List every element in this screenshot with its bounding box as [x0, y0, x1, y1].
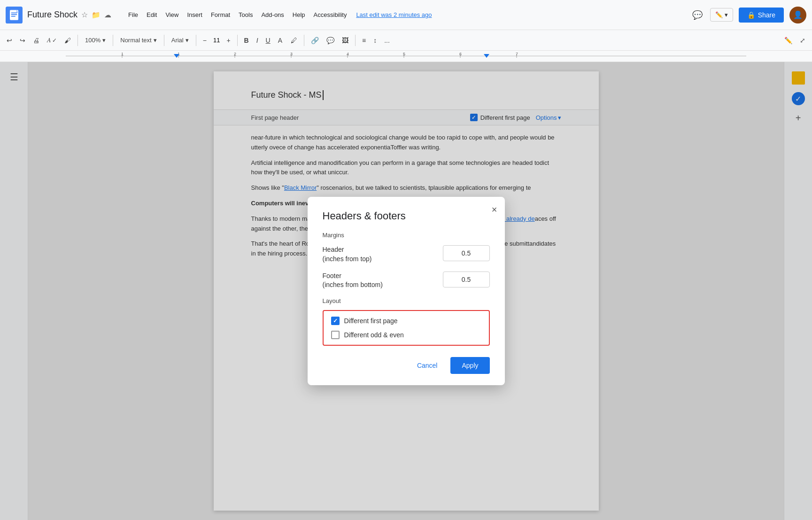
modal-close-button[interactable]: × — [492, 204, 497, 215]
separator-2 — [113, 35, 113, 46]
menu-edit[interactable]: Edit — [143, 9, 161, 20]
last-edit-text[interactable]: Last edit was 2 minutes ago — [356, 11, 432, 18]
lock-icon: 🔒 — [747, 11, 755, 19]
share-label: Share — [758, 11, 775, 19]
folder-icon[interactable]: 📁 — [92, 11, 101, 19]
margins-section-label: Margins — [323, 232, 490, 239]
menu-format[interactable]: Format — [207, 9, 234, 20]
different-odd-even-row: Different odd & even — [331, 331, 481, 339]
separator-1 — [77, 35, 78, 46]
layout-section-label: Layout — [323, 297, 490, 304]
separator-5 — [237, 35, 238, 46]
header-field-row: Header(inches from top) — [323, 245, 490, 264]
font-increase-button[interactable]: + — [224, 35, 233, 46]
different-first-page-checkbox-label: Different first page — [344, 317, 398, 325]
layout-section: Layout ✓ Different first page Different … — [323, 297, 490, 346]
different-first-page-checkbox-modal[interactable]: ✓ — [331, 317, 340, 325]
different-odd-even-label: Different odd & even — [344, 331, 404, 339]
paintformat-button[interactable]: 🖌 — [62, 35, 74, 46]
font-value: Arial — [171, 37, 184, 44]
header-right: 💬 ✏️ ▾ 🔒 Share 👤 — [690, 7, 806, 23]
headers-footers-modal: Headers & footers × Margins Header(inche… — [308, 197, 505, 385]
footer-field-label: Footer(inches from bottom) — [323, 272, 383, 290]
undo-button[interactable]: ↩ — [4, 35, 15, 46]
separator-3 — [164, 35, 164, 46]
comment-icon-btn[interactable]: 💬 — [690, 8, 704, 22]
font-arrow: ▾ — [186, 37, 189, 44]
print-button[interactable]: 🖨 — [30, 35, 42, 46]
menu-accessibility[interactable]: Accessibility — [310, 9, 351, 20]
separator-6 — [304, 35, 304, 46]
modal-title: Headers & footers — [323, 210, 490, 222]
font-dropdown[interactable]: Arial ▾ — [168, 35, 192, 45]
ruler-line: 1 1 2 3 4 5 6 7 — [66, 56, 746, 56]
suggest-btn[interactable]: ✏️ ▾ — [710, 8, 733, 22]
bold-button[interactable]: B — [241, 35, 252, 46]
menu-bar: File Edit View Insert Format Tools Add-o… — [124, 9, 350, 20]
align-button[interactable]: ≡ — [359, 35, 369, 46]
modal-overlay: Headers & footers × Margins Header(inche… — [0, 62, 812, 520]
style-value: Normal text — [120, 37, 151, 44]
svg-rect-3 — [11, 14, 17, 15]
toolbar: ↩ ↪ 🖨 𝐴✓ 🖌 100% ▾ Normal text ▾ Arial ▾ … — [0, 30, 812, 51]
svg-text:5: 5 — [403, 52, 405, 56]
pen-icon-btn[interactable]: ✏️ — [781, 35, 795, 46]
avatar[interactable]: 👤 — [789, 7, 806, 23]
redo-button[interactable]: ↪ — [17, 35, 28, 46]
more-button[interactable]: ... — [381, 35, 393, 46]
chevron-down-icon: ▾ — [725, 11, 728, 18]
svg-rect-4 — [11, 16, 15, 16]
menu-insert[interactable]: Insert — [183, 9, 206, 20]
layout-checkbox-group: ✓ Different first page Different odd & e… — [323, 310, 490, 346]
menu-addons[interactable]: Add-ons — [257, 9, 287, 20]
doc-title[interactable]: Future Shock — [27, 10, 77, 20]
cancel-button[interactable]: Cancel — [410, 357, 445, 374]
footer-field-row: Footer(inches from bottom) — [323, 272, 490, 290]
checkmark-icon: ✓ — [333, 318, 338, 324]
comment-button[interactable]: 💬 — [324, 35, 337, 46]
ruler: 1 1 2 3 4 5 6 7 — [0, 51, 812, 62]
svg-text:1: 1 — [121, 52, 124, 56]
svg-text:4: 4 — [347, 52, 349, 56]
style-dropdown[interactable]: Normal text ▾ — [117, 35, 160, 45]
separator-4 — [196, 35, 196, 46]
style-arrow: ▾ — [154, 37, 157, 44]
docs-icon — [6, 7, 23, 23]
expand-icon-btn[interactable]: ⤢ — [797, 35, 808, 46]
menu-tools[interactable]: Tools — [235, 9, 256, 20]
header-field-label: Header(inches from top) — [323, 245, 372, 264]
star-icon[interactable]: ☆ — [81, 10, 88, 19]
font-decrease-button[interactable]: − — [200, 35, 209, 46]
share-button[interactable]: 🔒 Share — [739, 8, 784, 23]
svg-text:2: 2 — [234, 52, 236, 56]
different-first-page-row: ✓ Different first page — [331, 317, 481, 325]
menu-view[interactable]: View — [162, 9, 182, 20]
cloud-icon[interactable]: ☁ — [104, 11, 111, 19]
text-color-button[interactable]: A — [275, 35, 286, 46]
underline-button[interactable]: U — [263, 35, 273, 46]
link-button[interactable]: 🔗 — [308, 35, 322, 46]
top-bar: Future Shock ☆ 📁 ☁ File Edit View Insert… — [0, 0, 812, 30]
separator-7 — [355, 35, 356, 46]
header-margin-input[interactable] — [443, 245, 490, 261]
menu-file[interactable]: File — [124, 9, 142, 20]
different-odd-even-checkbox[interactable] — [331, 331, 340, 339]
svg-rect-2 — [11, 12, 17, 13]
highlight-button[interactable]: 🖊 — [288, 35, 300, 46]
pencil-icon: ✏️ — [715, 11, 723, 18]
modal-footer: Cancel Apply — [323, 357, 490, 374]
svg-text:7: 7 — [516, 52, 518, 56]
zoom-dropdown[interactable]: 100% ▾ — [82, 35, 109, 45]
linespacing-button[interactable]: ↕ — [371, 35, 379, 46]
italic-button[interactable]: I — [254, 35, 261, 46]
zoom-arrow: ▾ — [102, 37, 106, 44]
image-button[interactable]: 🖼 — [339, 35, 351, 46]
title-area: Future Shock ☆ 📁 ☁ — [27, 10, 111, 20]
doc-area: ☰ Future Shock - MS First page header ✓ … — [0, 62, 812, 520]
spellcheck-button[interactable]: 𝐴✓ — [44, 34, 60, 46]
font-size-display: 11 — [211, 37, 222, 44]
footer-margin-input[interactable] — [443, 272, 490, 287]
zoom-value: 100% — [85, 37, 101, 44]
menu-help[interactable]: Help — [289, 9, 309, 20]
apply-button[interactable]: Apply — [450, 357, 489, 374]
